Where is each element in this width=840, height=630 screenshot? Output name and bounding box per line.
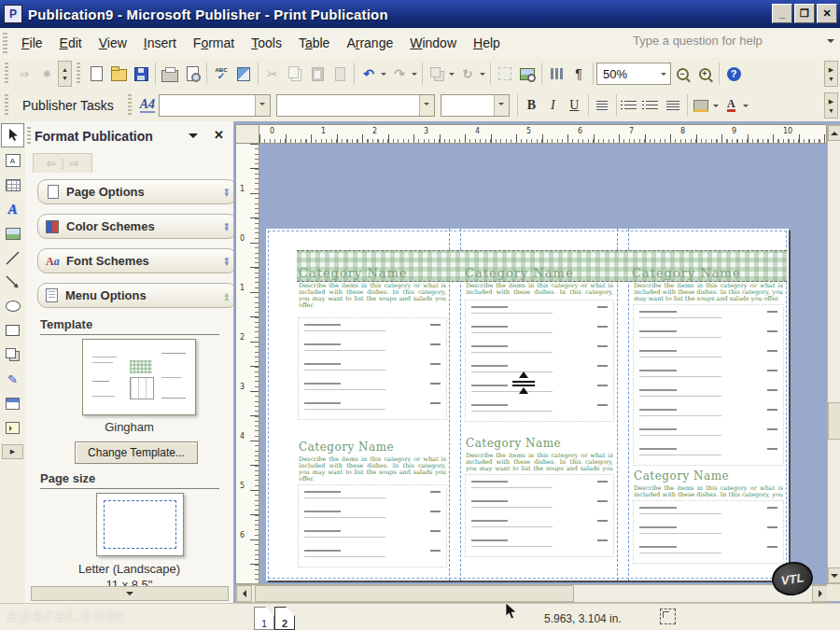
change-template-button[interactable]: Change Template... — [75, 441, 198, 464]
menu-item-row[interactable] — [469, 478, 609, 495]
undo-dropdown-icon[interactable] — [381, 73, 386, 78]
menu-grip[interactable] — [3, 33, 7, 53]
task-pane-menu-icon[interactable] — [189, 133, 198, 143]
category-name-title[interactable]: Category Name — [466, 437, 613, 450]
menu-item-row[interactable] — [469, 303, 609, 320]
rotate-dropdown-icon[interactable] — [480, 73, 485, 78]
menu-file[interactable]: File — [13, 31, 51, 55]
zoom-out-icon[interactable]: − — [671, 63, 693, 85]
print-preview-icon[interactable] — [181, 63, 203, 85]
bring-to-front-icon[interactable] — [426, 63, 448, 85]
menu-item-row[interactable] — [469, 537, 609, 553]
category-description[interactable]: Describe the items in this category or w… — [466, 283, 613, 296]
gingham-header-band[interactable]: Category NameCategory NameCategory Name — [297, 250, 787, 282]
toolbar-grip[interactable] — [5, 63, 8, 85]
menu-view[interactable]: View — [91, 31, 135, 55]
menu-items-frame[interactable] — [298, 484, 447, 567]
spelling-icon[interactable]: ABC✓ — [210, 63, 232, 85]
menu-item-row[interactable] — [302, 508, 442, 525]
format-painter-icon[interactable] — [329, 63, 351, 85]
publication-page[interactable]: Category NameCategory NameCategory Name … — [266, 229, 789, 581]
arrow-icon[interactable] — [2, 271, 23, 293]
nav-arrow-icon[interactable]: ⇒ — [13, 63, 35, 85]
menu-item-row[interactable] — [302, 399, 442, 416]
fill-color-dropdown-icon[interactable] — [713, 105, 719, 110]
menu-item-row[interactable] — [469, 323, 609, 340]
menu-item-row[interactable] — [637, 504, 779, 521]
picture-frame-icon[interactable] — [2, 222, 23, 245]
underline-icon[interactable]: U — [564, 95, 585, 116]
minimize-button[interactable]: _ — [772, 4, 792, 23]
back-icon[interactable]: ⇦ — [46, 157, 55, 170]
page-size-preview[interactable] — [96, 493, 184, 556]
category-name-title[interactable]: Category Name — [299, 266, 408, 280]
line-icon[interactable] — [2, 246, 23, 269]
menu-item-row[interactable] — [637, 445, 779, 462]
redo-dropdown-icon[interactable] — [412, 73, 417, 78]
horizontal-scrollbar[interactable] — [235, 584, 829, 603]
font-size-combobox[interactable] — [441, 94, 510, 117]
menu-item-row[interactable] — [469, 343, 609, 359]
horizontal-ruler[interactable]: 012345678910 — [259, 124, 827, 144]
zoom-combobox[interactable]: 50% — [596, 63, 671, 85]
menu-items-frame[interactable] — [465, 300, 614, 422]
task-pane-scroll-down-button[interactable] — [31, 586, 229, 601]
cut-icon[interactable]: ✂ — [261, 63, 284, 85]
menu-arrange[interactable]: Arrange — [338, 31, 401, 55]
pilcrow-icon[interactable]: ¶ — [567, 63, 590, 85]
menu-item-row[interactable] — [637, 406, 779, 423]
menu-item-row[interactable] — [637, 386, 779, 403]
menu-item-row[interactable] — [469, 382, 609, 399]
toolbar-grip[interactable] — [77, 63, 80, 85]
style-combobox[interactable] — [159, 94, 271, 117]
scroll-down-button[interactable] — [828, 567, 840, 583]
category-name-title[interactable]: Category Name — [299, 441, 446, 454]
autoshapes-icon[interactable] — [2, 343, 23, 366]
select-objects-icon[interactable] — [1, 123, 24, 147]
page-tab-1[interactable]: 1 — [254, 607, 274, 630]
forward-icon[interactable]: ⇨ — [70, 157, 79, 170]
menu-item-row[interactable] — [302, 488, 442, 505]
styles-icon[interactable]: A4 — [136, 94, 159, 117]
menu-table[interactable]: Table — [290, 31, 338, 55]
font-color-dropdown-icon[interactable] — [743, 105, 749, 110]
menu-item-row[interactable] — [637, 308, 779, 325]
bold-icon[interactable]: B — [521, 95, 542, 116]
menu-item-row[interactable] — [469, 517, 609, 534]
save-icon[interactable] — [130, 63, 152, 85]
scroll-left-button[interactable] — [236, 585, 252, 602]
vertical-scroll-thumb[interactable] — [828, 402, 840, 440]
menu-item-row[interactable] — [302, 380, 442, 397]
special-characters-icon[interactable]: ✺ — [35, 63, 58, 85]
toolbar-grip[interactable] — [128, 94, 132, 117]
zoom-picture-icon[interactable] — [516, 63, 539, 85]
category-description[interactable]: Describe the items in this category or w… — [466, 453, 613, 472]
italic-icon[interactable]: I — [542, 95, 564, 116]
zoom-dropdown-icon[interactable] — [661, 73, 666, 78]
zoom-in-icon[interactable]: + — [693, 63, 716, 85]
publisher-tasks-button[interactable]: Publisher Tasks — [13, 93, 123, 118]
oval-icon[interactable] — [2, 295, 23, 317]
menu-item-row[interactable] — [302, 360, 442, 377]
menu-edit[interactable]: Edit — [51, 31, 91, 55]
menu-item-row[interactable] — [302, 527, 442, 544]
scroll-up-button[interactable] — [828, 125, 840, 141]
menu-format[interactable]: Format — [185, 31, 243, 55]
toolbar-options-button[interactable]: ▶▼ — [824, 92, 838, 119]
help-icon[interactable]: ? — [722, 63, 745, 85]
category-name-title[interactable]: Category Name — [632, 266, 741, 280]
menu-tools[interactable]: Tools — [243, 31, 290, 55]
redo-icon[interactable]: ↷ — [388, 63, 411, 85]
section-menu-options[interactable]: Menu Options ▴▴ — [37, 283, 237, 308]
scroll-right-button[interactable] — [812, 585, 828, 602]
toolbar-grip[interactable] — [5, 94, 8, 117]
menu-item-row[interactable] — [469, 497, 609, 514]
menu-item-row[interactable] — [469, 401, 609, 418]
objects-toolbar-expand-button[interactable]: ▶ — [2, 444, 23, 459]
menu-insert[interactable]: Insert — [135, 31, 185, 55]
research-icon[interactable] — [232, 63, 255, 85]
font-color-icon[interactable]: A — [721, 95, 742, 116]
horizontal-scroll-thumb[interactable] — [255, 585, 574, 602]
menu-item-row[interactable] — [302, 547, 442, 564]
rectangle-icon[interactable] — [2, 319, 23, 342]
